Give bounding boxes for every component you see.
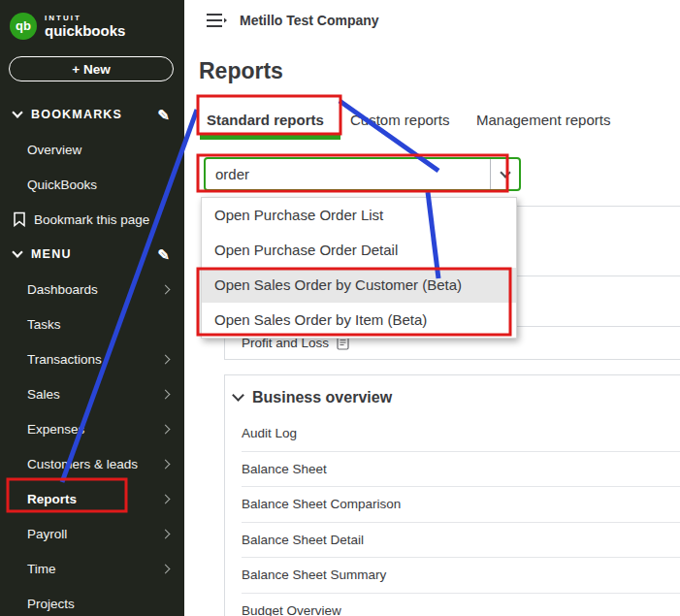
page-title: Reports	[199, 58, 283, 84]
new-button[interactable]: + New	[9, 56, 174, 81]
tab-standard-reports[interactable]: Standard reports	[207, 112, 324, 128]
business-overview-title: Business overview	[252, 389, 392, 406]
chevron-down-icon	[12, 107, 22, 117]
business-overview-list: Audit Log Balance Sheet Balance Sheet Co…	[225, 416, 680, 616]
dropdown-option-open-sales-order-by-customer[interactable]: Open Sales Order by Customer (Beta)	[202, 268, 516, 303]
report-link-audit-log[interactable]: Audit Log	[242, 416, 680, 452]
menu-header-label: MENU	[31, 247, 72, 261]
sidebar-item-label: Transactions	[27, 352, 102, 367]
dropdown-option-open-purchase-order-list[interactable]: Open Purchase Order List	[202, 198, 516, 233]
report-search-input[interactable]: order	[204, 157, 521, 191]
report-link-budget-overview[interactable]: Budget Overview	[242, 594, 680, 616]
chevron-down-icon	[500, 167, 510, 178]
company-name: Metillo Test Company	[240, 13, 379, 28]
search-results-dropdown: Open Purchase Order List Open Purchase O…	[201, 197, 517, 339]
sidebar-item-label: Expenses	[27, 422, 84, 437]
sidebar-item-transactions[interactable]: Transactions	[0, 341, 184, 376]
dropdown-option-open-sales-order-by-item[interactable]: Open Sales Order by Item (Beta)	[202, 303, 516, 338]
sidebar-item-label: Overview	[27, 143, 81, 157]
dropdown-option-open-purchase-order-detail[interactable]: Open Purchase Order Detail	[202, 233, 516, 268]
sidebar-item-tasks[interactable]: Tasks	[0, 307, 184, 341]
report-link-balance-sheet-summary[interactable]: Balance Sheet Summary	[242, 558, 680, 594]
sidebar-item-label: Time	[27, 562, 56, 576]
edit-pencil-icon[interactable]: ✎	[157, 108, 171, 122]
sidebar-item-projects[interactable]: Projects	[0, 586, 184, 616]
quickbooks-logo: qb INTUIT quickbooks	[0, 0, 184, 43]
chevron-down-icon	[232, 389, 244, 402]
chevron-down-icon	[12, 246, 22, 257]
brand-intuit-label: INTUIT	[45, 15, 125, 22]
sidebar-item-label: Customers & leads	[27, 457, 138, 471]
sidebar-item-label: Sales	[27, 387, 60, 402]
chevron-right-icon	[161, 389, 171, 399]
app-window: qb INTUIT quickbooks + New BOOKMARKS ✎ O…	[0, 0, 680, 616]
sidebar-item-payroll[interactable]: Payroll	[0, 516, 184, 551]
sidebar-item-label: QuickBooks	[27, 178, 97, 192]
bookmark-icon	[13, 211, 26, 227]
sidebar-item-label: Tasks	[27, 317, 61, 332]
sidebar-item-sales[interactable]: Sales	[0, 376, 184, 411]
chevron-right-icon	[161, 529, 171, 538]
bookmark-this-page-label: Bookmark this page	[34, 212, 149, 227]
sidebar-item-reports[interactable]: Reports	[0, 481, 184, 516]
sidebar-item-expenses[interactable]: Expenses	[0, 411, 184, 446]
list-separator	[517, 276, 680, 276]
qb-logo-icon: qb	[10, 13, 37, 40]
collapse-menu-icon[interactable]	[206, 13, 227, 28]
report-link-balance-sheet-comparison[interactable]: Balance Sheet Comparison	[242, 487, 680, 523]
combobox-arrow-button[interactable]	[490, 159, 519, 189]
tab-custom-reports[interactable]: Custom reports	[350, 112, 450, 128]
sidebar-item-quickbooks[interactable]: QuickBooks	[0, 167, 184, 202]
bookmarks-section-header[interactable]: BOOKMARKS ✎	[0, 97, 184, 132]
sidebar-item-label: Dashboards	[27, 282, 98, 297]
edit-pencil-icon[interactable]: ✎	[157, 247, 171, 262]
report-search-value: order	[206, 166, 249, 182]
chevron-right-icon	[161, 564, 171, 573]
business-overview-header[interactable]: Business overview	[225, 385, 680, 410]
chevron-right-icon	[161, 354, 171, 364]
sidebar-item-label: Reports	[27, 492, 77, 506]
brand-text: INTUIT quickbooks	[45, 15, 125, 38]
sidebar-item-dashboards[interactable]: Dashboards	[0, 272, 184, 307]
bookmarks-header-label: BOOKMARKS	[31, 108, 122, 121]
chevron-right-icon	[161, 494, 171, 503]
sidebar-item-customers-leads[interactable]: Customers & leads	[0, 446, 184, 481]
report-link-balance-sheet-detail[interactable]: Balance Sheet Detail	[242, 523, 680, 559]
active-tab-underline	[200, 135, 340, 140]
chevron-right-icon	[161, 459, 171, 469]
sidebar-item-label: Payroll	[27, 527, 67, 541]
bookmark-this-page-button[interactable]: Bookmark this page	[0, 202, 184, 237]
brand-product-label: quickbooks	[45, 23, 125, 38]
chevron-right-icon	[161, 284, 171, 294]
sidebar-item-label: Projects	[27, 597, 75, 611]
chevron-right-icon	[161, 424, 171, 434]
sidebar-item-time[interactable]: Time	[0, 551, 184, 586]
report-link-balance-sheet[interactable]: Balance Sheet	[242, 452, 680, 488]
list-separator	[517, 206, 680, 207]
menu-section-header[interactable]: MENU ✎	[0, 237, 184, 272]
sidebar: qb INTUIT quickbooks + New BOOKMARKS ✎ O…	[0, 0, 184, 616]
business-overview-section: Business overview Audit Log Balance Shee…	[224, 374, 680, 616]
tab-management-reports[interactable]: Management reports	[476, 112, 610, 128]
sidebar-item-overview[interactable]: Overview	[0, 132, 184, 167]
